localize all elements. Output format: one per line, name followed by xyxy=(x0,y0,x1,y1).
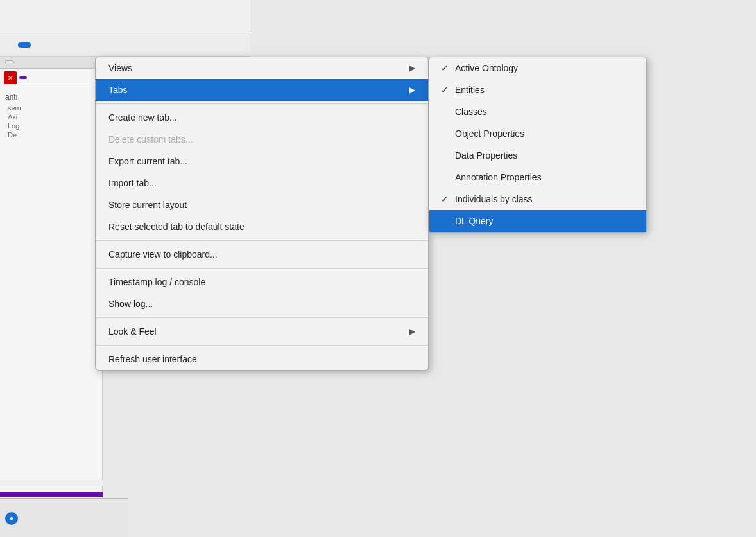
ontology-btn[interactable] xyxy=(19,76,27,79)
menu-divider xyxy=(96,240,428,241)
check-icon-active_ontology: ✓ xyxy=(440,63,450,73)
menu-item-label-tabs: Tabs xyxy=(108,85,128,95)
de-label: De xyxy=(5,131,97,139)
menu-item-create_tab[interactable]: Create new tab... xyxy=(96,107,428,128)
check-icon-entities: ✓ xyxy=(440,85,450,95)
tabs-submenu-label-object_props: Object Properties xyxy=(455,128,524,139)
sem-label: sem xyxy=(5,104,97,112)
menu-bar xyxy=(0,33,250,57)
arrow-icon-views: ▶ xyxy=(409,64,415,73)
tabs-submenu-label-dl_query: DL Query xyxy=(455,216,493,226)
bottom-bar: ● xyxy=(0,498,128,537)
show-inferences-icon[interactable]: ● xyxy=(5,512,18,525)
menu-item-label-views: Views xyxy=(108,63,132,73)
menu-refactor[interactable] xyxy=(3,42,15,48)
menu-item-export_tab[interactable]: Export current tab... xyxy=(96,150,428,172)
tabs-submenu-item-object_props[interactable]: Object Properties xyxy=(429,123,646,145)
tabs-submenu-item-individuals_by_class[interactable]: ✓Individuals by class xyxy=(429,188,646,210)
menu-divider xyxy=(96,103,428,104)
error-icon[interactable]: ✕ xyxy=(4,71,17,84)
panel-icons: ✕ xyxy=(0,69,102,87)
axi-label: Axi xyxy=(5,113,97,121)
tabs-submenu-item-entities[interactable]: ✓Entities xyxy=(429,79,646,101)
menu-item-delete_tab: Delete custom tabs... xyxy=(96,128,428,150)
menu-divider xyxy=(96,268,428,268)
menu-item-show_log[interactable]: Show log... xyxy=(96,293,428,315)
anti-label: anti xyxy=(5,92,97,101)
tabs-submenu-label-entities: Entities xyxy=(455,85,485,95)
menu-divider xyxy=(96,317,428,318)
check-icon-individuals_by_class: ✓ xyxy=(440,194,450,204)
menu-item-label-store_layout: Store current layout xyxy=(108,200,187,210)
tabs-submenu-label-individuals_by_class: Individuals by class xyxy=(455,194,533,204)
left-panel: ✕ anti sem Axi Log De xyxy=(0,57,103,537)
tabs-submenu-item-dl_query[interactable]: DL Query xyxy=(429,210,646,232)
menu-item-label-show_log: Show log... xyxy=(108,299,153,309)
menu-item-label-import_tab: Import tab... xyxy=(108,178,157,188)
menu-window[interactable] xyxy=(18,42,31,48)
tabs-submenu-item-classes[interactable]: Classes xyxy=(429,101,646,123)
url-bar xyxy=(0,0,250,33)
menu-item-capture_view[interactable]: Capture view to clipboard... xyxy=(96,243,428,265)
menu-item-import_tab[interactable]: Import tab... xyxy=(96,172,428,194)
menu-help[interactable] xyxy=(33,42,46,48)
menu-item-label-timestamp_log: Timestamp log / console xyxy=(108,277,205,287)
menu-item-label-reset_tab: Reset selected tab to default state xyxy=(108,222,245,232)
menu-divider xyxy=(96,345,428,346)
tabs-submenu-item-data_props[interactable]: Data Properties xyxy=(429,145,646,166)
reasoner-menu-label xyxy=(0,525,90,531)
tabs-submenu-label-data_props: Data Properties xyxy=(455,150,517,161)
panel-content: anti sem Axi Log De xyxy=(0,87,102,145)
menu-item-label-create_tab: Create new tab... xyxy=(108,112,177,123)
menu-item-refresh_ui[interactable]: Refresh user interface xyxy=(96,348,428,370)
menu-item-label-capture_view: Capture view to clipboard... xyxy=(108,249,218,260)
arrow-icon-tabs: ▶ xyxy=(409,85,415,94)
general-class-text xyxy=(0,480,103,486)
tabs-submenu-item-active_ontology[interactable]: ✓Active Ontology xyxy=(429,57,646,79)
menu-item-label-export_tab: Export current tab... xyxy=(108,156,187,166)
menu-item-store_layout[interactable]: Store current layout xyxy=(96,194,428,216)
menu-item-label-look_feel: Look & Feel xyxy=(108,326,157,337)
tabs-submenu-label-active_ontology: Active Ontology xyxy=(455,63,518,73)
arrow-icon-look_feel: ▶ xyxy=(409,327,415,336)
window-dropdown: Views▶Tabs▶Create new tab...Delete custo… xyxy=(95,57,429,371)
tabs-submenu-label-annotation_props: Annotation Properties xyxy=(455,172,542,182)
tabs-submenu-label-classes: Classes xyxy=(455,107,487,117)
menu-item-views[interactable]: Views▶ xyxy=(96,57,428,79)
menu-item-label-delete_tab: Delete custom tabs... xyxy=(108,134,193,145)
menu-item-timestamp_log[interactable]: Timestamp log / console xyxy=(96,271,428,293)
log-label: Log xyxy=(5,122,97,130)
tabs-submenu-item-annotation_props[interactable]: Annotation Properties xyxy=(429,166,646,188)
menu-item-reset_tab[interactable]: Reset selected tab to default state xyxy=(96,216,428,238)
menu-item-tabs[interactable]: Tabs▶ xyxy=(96,79,428,101)
purple-bar xyxy=(0,492,103,497)
tabs-submenu: ✓Active Ontology✓EntitiesClassesObject P… xyxy=(429,57,647,233)
menu-item-label-refresh_ui: Refresh user interface xyxy=(108,354,197,364)
menu-item-look_feel[interactable]: Look & Feel▶ xyxy=(96,321,428,342)
tab-by-class xyxy=(0,57,102,69)
tab-label-by-class[interactable] xyxy=(5,60,14,64)
